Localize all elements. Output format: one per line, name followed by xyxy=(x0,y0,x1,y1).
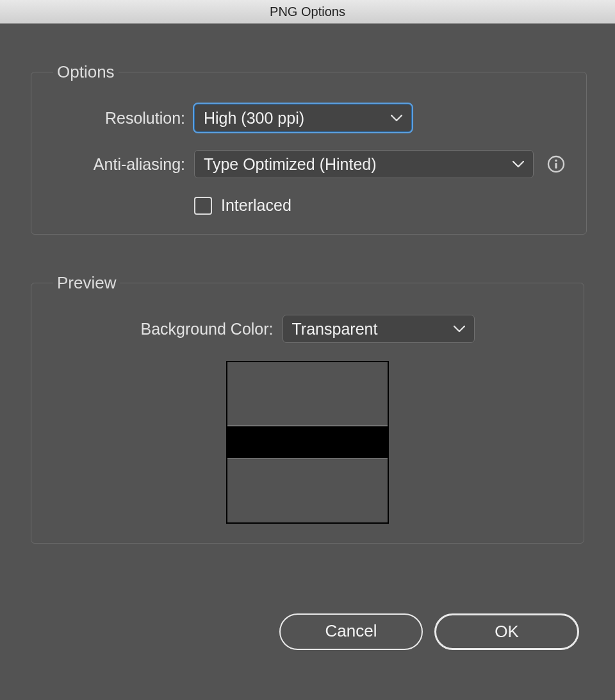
anti-aliasing-value: Type Optimized (Hinted) xyxy=(204,155,377,174)
resolution-row: Resolution: High (300 ppi) xyxy=(51,104,567,132)
options-group: Options Resolution: High (300 ppi) Anti-… xyxy=(31,62,587,235)
interlaced-row: Interlaced xyxy=(51,196,567,215)
chevron-down-icon xyxy=(454,325,465,333)
png-options-dialog: PNG Options Options Resolution: High (30… xyxy=(0,0,615,700)
chevron-down-icon xyxy=(391,114,402,122)
resolution-label: Resolution: xyxy=(51,109,194,128)
preview-group: Preview Background Color: Transparent xyxy=(31,273,584,544)
anti-aliasing-row: Anti-aliasing: Type Optimized (Hinted) xyxy=(51,150,567,178)
resolution-select[interactable]: High (300 ppi) xyxy=(194,104,412,132)
chevron-down-icon xyxy=(512,160,524,168)
background-color-value: Transparent xyxy=(292,320,378,338)
background-color-select[interactable]: Transparent xyxy=(283,315,475,343)
options-legend: Options xyxy=(53,62,119,82)
svg-point-1 xyxy=(555,160,557,162)
background-color-label: Background Color: xyxy=(140,320,273,338)
preview-swatch xyxy=(226,361,389,524)
anti-aliasing-select[interactable]: Type Optimized (Hinted) xyxy=(194,150,534,178)
dialog-titlebar: PNG Options xyxy=(0,0,615,24)
anti-aliasing-label: Anti-aliasing: xyxy=(51,155,194,174)
preview-swatch-band xyxy=(227,426,388,459)
preview-swatch-container xyxy=(51,361,564,524)
preview-legend: Preview xyxy=(53,273,120,293)
info-icon[interactable] xyxy=(545,153,567,175)
resolution-value: High (300 ppi) xyxy=(204,109,304,128)
interlaced-label: Interlaced xyxy=(221,196,291,215)
dialog-title: PNG Options xyxy=(270,4,345,19)
interlaced-checkbox[interactable] xyxy=(194,197,212,215)
background-color-row: Background Color: Transparent xyxy=(51,315,564,343)
dialog-body: Options Resolution: High (300 ppi) Anti-… xyxy=(0,24,615,601)
ok-button[interactable]: OK xyxy=(434,613,579,650)
dialog-buttons: Cancel OK xyxy=(279,613,579,650)
cancel-button[interactable]: Cancel xyxy=(279,613,423,650)
svg-rect-2 xyxy=(555,163,557,169)
